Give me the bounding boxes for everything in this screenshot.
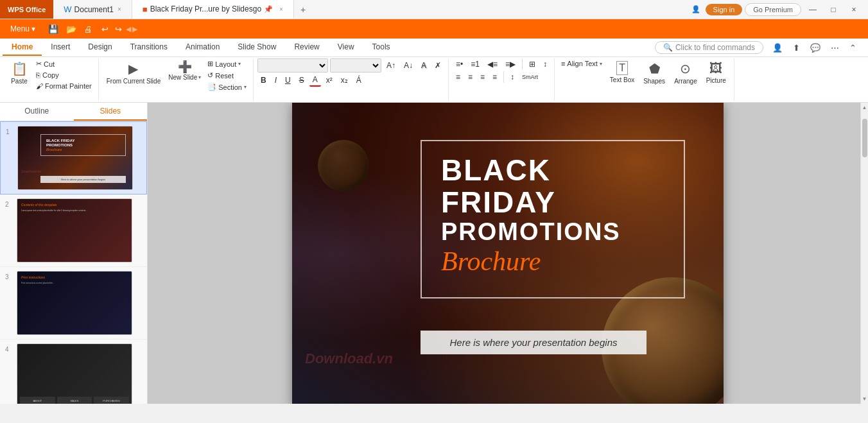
slide-number-1: 1 [6,128,13,135]
collapse-ribbon-icon[interactable]: ⌃ [846,42,860,54]
tab-design[interactable]: Design [79,39,121,56]
tab-tools[interactable]: Tools [363,39,399,56]
font-color-button[interactable]: A [309,74,321,87]
presentation-tab[interactable]: ■ Black Friday Pr...ure by Slidesgo 📌 × [132,0,294,19]
clear-format-button[interactable]: ✗ [431,60,444,71]
open-icon[interactable]: 📂 [64,23,79,35]
tab-home[interactable]: Home [3,39,42,56]
comment-icon[interactable]: 💬 [806,42,824,54]
copy-button[interactable]: ⎘ Copy [33,70,94,80]
tab-view[interactable]: View [329,39,363,56]
tab-slideshow[interactable]: Slide Show [229,39,285,56]
shapes-button[interactable]: ⬟ Shapes [639,58,669,87]
strikethrough-button[interactable]: S [296,74,308,86]
tab-review[interactable]: Review [285,39,328,56]
increase-indent-button[interactable]: ≡▶ [502,58,519,70]
bullet-list-button[interactable]: ≡• [453,58,466,70]
new-slide-label: New Slide [168,74,197,81]
ribbon-content: 📋 Paste ✂ Cut ⎘ Copy 🖌 Format Painter [0,57,868,102]
close-button[interactable]: × [845,1,863,19]
subscript-button[interactable]: x₂ [338,74,351,86]
redo-icon[interactable]: ↪ [112,23,125,35]
spacing-button[interactable]: ↕ [507,71,517,83]
tab-animation[interactable]: Animation [177,39,229,56]
italic-button[interactable]: I [272,74,280,86]
font-family-select[interactable] [257,58,328,73]
save-icon[interactable]: 💾 [46,23,61,35]
more-options-icon[interactable]: ⋯ [827,42,843,54]
signin-button[interactable]: Sign in [706,4,743,15]
scroll-down-button[interactable]: ▼ [860,394,868,404]
cut-label: Cut [44,60,55,68]
clipboard-group: 📋 Paste ✂ Cut ⎘ Copy 🖌 Format Painter [3,58,99,101]
section-button[interactable]: 📑 Section ▾ [205,82,249,92]
slide-list: 1 BLACK FRIDAYPROMOTIONS Brochure Here i… [0,121,147,404]
from-current-slide-button[interactable]: ▶ From Current Slide [103,58,164,87]
format-painter-label: Format Painter [45,82,92,90]
search-commands-box[interactable]: 🔍 Click to find commands [655,41,763,54]
paragraph-group: ≡• ≡1 ◀≡ ≡▶ ⊞ ↕ ≡ ≡ ≡ ≡ ↕ SmArt [449,58,555,101]
font-row1: A↑ A↓ A ✗ [257,58,444,73]
tab-transitions[interactable]: Transitions [121,39,177,56]
align-text-label: Align Text [567,60,598,67]
presentation-close-btn[interactable]: × [279,6,283,13]
maximize-button[interactable]: □ [824,1,842,19]
minimize-button[interactable]: — [804,1,822,19]
slide-canvas[interactable]: Download.vn BLACK FRIDAY PROMOTIONS Broc… [292,103,724,404]
presentation-pin-icon[interactable]: 📌 [264,5,273,13]
decrease-font-button[interactable]: A↓ [401,60,416,71]
clipboard-items: 📋 Paste ✂ Cut ⎘ Copy 🖌 Format Painter [6,58,94,109]
increase-font-button[interactable]: A↑ [383,60,399,71]
doc1-tab[interactable]: W Document1 × [53,0,132,19]
align-center-button[interactable]: ≡ [465,71,476,83]
line-spacing-button[interactable]: ↕ [540,58,550,70]
user-account-icon[interactable]: 👤 [691,5,700,13]
new-slide-button[interactable]: ➕ New Slide ▾ [166,58,204,82]
share-icon[interactable]: 👤 [768,42,786,54]
arrange-button[interactable]: ⊙ Arrange [670,58,701,87]
align-right-button[interactable]: ≡ [477,71,488,83]
print-icon[interactable]: 🖨 [82,23,95,35]
vertical-scrollbar[interactable]: ▲ ▼ [860,103,868,404]
layout-button[interactable]: ⊞ Layout ▾ [205,58,249,69]
underline-button[interactable]: U [282,74,294,86]
decrease-indent-button[interactable]: ◀≡ [484,58,501,70]
menu-dropdown-button[interactable]: Menu ▾ [4,22,42,35]
align-text-button[interactable]: ≡ Align Text ▾ [559,58,605,69]
reset-button[interactable]: ↺ Reset [205,70,249,81]
picture-button[interactable]: 🖼 Picture [702,58,730,87]
drawing-items: ≡ Align Text ▾ T Text Box ⬟ Shapes ⊙ Arr… [559,58,730,101]
font-size-select[interactable] [330,58,381,73]
scroll-up-button[interactable]: ▲ [860,103,868,112]
slide-item-4[interactable]: 4 ABOUT SALES PURCHASING [0,340,147,404]
text-box-button[interactable]: T Text Box [606,58,638,86]
slide-item-2[interactable]: 2 Contents of this template Lorem ipsum … [0,194,147,267]
tab-insert[interactable]: Insert [42,39,79,56]
numbered-list-button[interactable]: ≡1 [467,58,483,70]
scroll-thumb[interactable] [862,119,867,157]
text-shadow-button[interactable]: A [418,60,430,71]
doc1-close-btn[interactable]: × [117,6,121,13]
undo-icon[interactable]: ↩ [99,23,111,35]
slide-number-3: 3 [5,273,13,281]
paste-button[interactable]: 📋 Paste [6,58,32,87]
align-justify-button[interactable]: ≡ [489,71,500,83]
slide-item-3[interactable]: 3 Print instructions Print instructions … [0,267,147,340]
new-tab-button[interactable]: + [294,4,312,15]
wps-office-button[interactable]: WPS Office [0,0,53,19]
format-painter-button[interactable]: 🖌 Format Painter [33,81,94,91]
cut-button[interactable]: ✂ Cut [33,58,94,69]
bold-button[interactable]: B [257,74,270,86]
superscript-button[interactable]: x² [323,74,336,86]
align-left-button[interactable]: ≡ [453,71,464,83]
slide-item-1[interactable]: 1 BLACK FRIDAYPROMOTIONS Brochure Here i… [0,121,147,194]
slide-title-box[interactable]: BLACK FRIDAY PROMOTIONS Brochure [421,140,685,298]
go-premium-button[interactable]: Go Premium [745,3,801,16]
convert-smartart-btn[interactable]: SmArt [519,73,541,82]
slide-number-4: 4 [5,346,13,353]
export-icon[interactable]: ⬆ [789,42,804,54]
columns-button[interactable]: ⊞ [526,58,539,70]
highlight-button[interactable]: Á [353,74,365,86]
menu-arrow-icon: ▾ [31,24,35,33]
slide-subtitle-box[interactable]: Here is where your presentation begins [421,331,647,354]
